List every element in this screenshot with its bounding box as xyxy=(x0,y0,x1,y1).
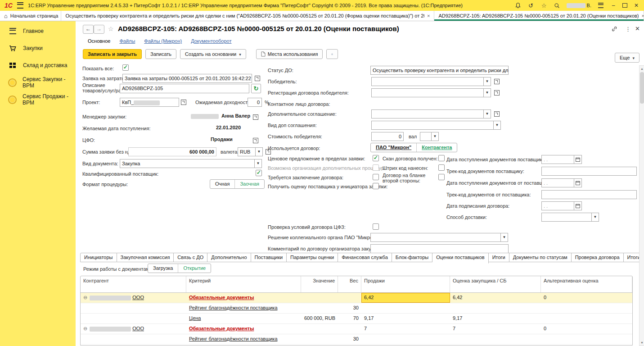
dropdown-icon[interactable]: ▼ xyxy=(484,88,491,97)
cell-sales-selected[interactable]: 6,42 xyxy=(361,293,450,303)
scroll-up-icon[interactable]: ▲ xyxy=(639,66,644,72)
cfz-check-checkbox[interactable] xyxy=(373,223,379,230)
qualified-supplier-checkbox[interactable] xyxy=(256,170,262,176)
tab-results[interactable]: Итоги xyxy=(489,253,509,262)
close-tab-icon[interactable]: × xyxy=(427,13,430,18)
mode-option-load[interactable]: Загрузка xyxy=(148,264,178,273)
calendar-icon[interactable] xyxy=(574,201,582,210)
project-field[interactable]: КвП_ xyxy=(120,98,179,107)
dropdown-icon[interactable]: ▼ xyxy=(432,132,439,141)
col-criterion[interactable]: Критерий xyxy=(186,276,301,292)
extra-procedures-checkbox[interactable] xyxy=(373,164,379,171)
tab-initiators[interactable]: Инициаторы xyxy=(80,253,117,262)
currency-field[interactable]: RUB xyxy=(238,147,256,156)
second-party-blank-checkbox[interactable] xyxy=(438,174,445,180)
docs-from-supplier-date-field[interactable]: . . xyxy=(541,178,574,187)
contract-option-mikron[interactable]: ПАО "Микрон" xyxy=(371,143,416,152)
tab-home[interactable]: ⌂ Начальная страница xyxy=(0,11,61,21)
tab-contract-check[interactable]: Проверка договора xyxy=(572,253,624,262)
barcode-applied-checkbox[interactable] xyxy=(438,164,445,171)
track-code-to-supplier-field[interactable] xyxy=(541,167,637,176)
col-sales[interactable]: Продажи xyxy=(361,276,450,292)
favorite-star-icon[interactable]: ☆ xyxy=(108,25,114,32)
forward-button[interactable]: → xyxy=(94,25,104,34)
minimize-button[interactable]: – xyxy=(610,2,617,9)
winner-currency-field[interactable] xyxy=(420,132,432,141)
expense-request-field[interactable]: Заявка на затраты 0000-005125 от 20.01.2… xyxy=(122,74,252,83)
col-buyer-rating[interactable]: Оценка закупщика / СБ xyxy=(450,276,541,292)
create-based-on-button[interactable]: Создать на основании▾ xyxy=(180,49,246,59)
purchase-manager-value[interactable]: Анна Валер xyxy=(221,113,250,118)
contract-required-checkbox[interactable] xyxy=(373,174,379,180)
price-within-request-checkbox[interactable] xyxy=(373,155,379,161)
open-link-icon[interactable] xyxy=(255,76,260,81)
delivery-method-field[interactable] xyxy=(541,213,592,222)
dropdown-icon[interactable]: ▼ xyxy=(256,147,263,156)
tab-supplier-ratings[interactable]: Оценки поставщиков xyxy=(432,253,488,264)
request-sum-field[interactable]: 600 000,00 xyxy=(128,147,216,156)
desired-date-value[interactable]: 22.01.2020 xyxy=(216,125,241,130)
open-link-icon[interactable] xyxy=(494,79,500,84)
get-link-icon[interactable] xyxy=(611,26,617,33)
contract-option-contractor[interactable]: Контрагента xyxy=(416,143,457,152)
main-menu-icon[interactable] xyxy=(17,2,23,9)
format-option-ochnaya[interactable]: Очная xyxy=(210,180,234,188)
vertical-scrollbar[interactable]: ▲ ▼ xyxy=(639,65,644,346)
search-icon[interactable] xyxy=(554,2,561,9)
save-and-close-button[interactable]: Записать и закрыть xyxy=(83,49,142,59)
service-menu-icon[interactable] xyxy=(597,2,604,9)
description-field[interactable]: AD9268BCPZ-105 xyxy=(120,84,249,93)
format-option-zaochnaya[interactable]: Заочная xyxy=(234,180,264,188)
sidebar-item-warehouse[interactable]: Склад и доставка xyxy=(0,60,76,71)
favorites-star-icon[interactable]: ☆ xyxy=(540,2,548,9)
tab-check-contractor[interactable]: Осуществить проверку контрагента и опред… xyxy=(61,11,434,21)
track-code-from-supplier-field[interactable] xyxy=(541,190,637,199)
collapse-group-icon[interactable]: ⊖ xyxy=(83,295,87,300)
sidebar-item-service-purchases-bpm[interactable]: Сервис Закупки - BPM xyxy=(0,77,76,88)
col-weight[interactable]: Вес xyxy=(338,276,361,292)
do-status-field[interactable]: Осуществить проверку контрагента и опред… xyxy=(370,66,509,75)
open-link-icon[interactable] xyxy=(494,111,500,117)
expected-profit-field[interactable]: 0 xyxy=(248,98,262,107)
winner-field[interactable] xyxy=(371,77,484,86)
doc-type-field[interactable]: Закупка xyxy=(120,159,255,168)
cfo-value[interactable]: Продажи xyxy=(211,137,233,142)
tab-status-documents[interactable]: Документы по статусам xyxy=(509,253,572,262)
tab-additional[interactable]: Дополнительно xyxy=(207,253,251,262)
more-actions-button[interactable]: Еще▾ xyxy=(615,53,639,63)
organizer-comment-field[interactable] xyxy=(370,244,509,253)
winner-contract-reg-field[interactable] xyxy=(371,88,484,97)
mode-option-open[interactable]: Открытие xyxy=(178,264,211,273)
tab-finance-service[interactable]: Финансовая служба xyxy=(338,253,392,262)
calendar-icon[interactable] xyxy=(574,178,582,187)
collapse-group-icon[interactable]: ⊖ xyxy=(83,326,87,331)
close-tab-icon[interactable]: × xyxy=(642,13,644,18)
dropdown-icon[interactable]: ▼ xyxy=(484,77,491,86)
save-button[interactable]: Записать xyxy=(145,49,176,59)
scroll-down-icon[interactable]: ▼ xyxy=(639,340,644,346)
get-supplier-rating-checkbox[interactable] xyxy=(373,183,379,189)
close-form-icon[interactable]: ✕ xyxy=(635,25,640,32)
more-menu-kebab-icon[interactable]: ⋮ xyxy=(625,26,631,32)
nav-docflow[interactable]: Документооборот xyxy=(191,38,231,44)
scrollbar-thumb[interactable] xyxy=(640,72,644,104)
navigate-icon-button[interactable] xyxy=(326,49,338,59)
table-row[interactable]: Рейтинг благонадёжности поставщика 30 xyxy=(81,334,632,345)
show-all-checkbox[interactable] xyxy=(122,64,129,71)
sidebar-item-purchases[interactable]: Закупки xyxy=(0,43,76,54)
tab-purchase-commission[interactable]: Закупочная комиссия xyxy=(117,253,174,262)
dropdown-icon[interactable]: ▼ xyxy=(255,159,262,168)
back-button[interactable]: ← xyxy=(83,25,94,34)
table-row[interactable]: Рейтинг благонадёжности поставщика 30 xyxy=(81,303,632,314)
usage-places-button[interactable]: Места использования xyxy=(256,49,323,59)
open-link-icon[interactable] xyxy=(253,114,258,120)
dropdown-icon[interactable]: ▼ xyxy=(494,121,501,130)
nav-files[interactable]: Файлы xyxy=(119,38,135,44)
table-row[interactable]: Цена 600 000, RUB 70 9,17 9,17 xyxy=(81,314,632,324)
sidebar-item-main[interactable]: Главное xyxy=(0,26,76,36)
dropdown-icon[interactable]: ▼ xyxy=(501,233,508,242)
tab-suppliers[interactable]: Поставщики xyxy=(251,253,287,262)
restore-window-button[interactable] xyxy=(622,3,627,8)
col-value[interactable]: Значение xyxy=(301,276,338,292)
col-alt-rating[interactable]: Альтернативная оценка xyxy=(541,276,632,292)
